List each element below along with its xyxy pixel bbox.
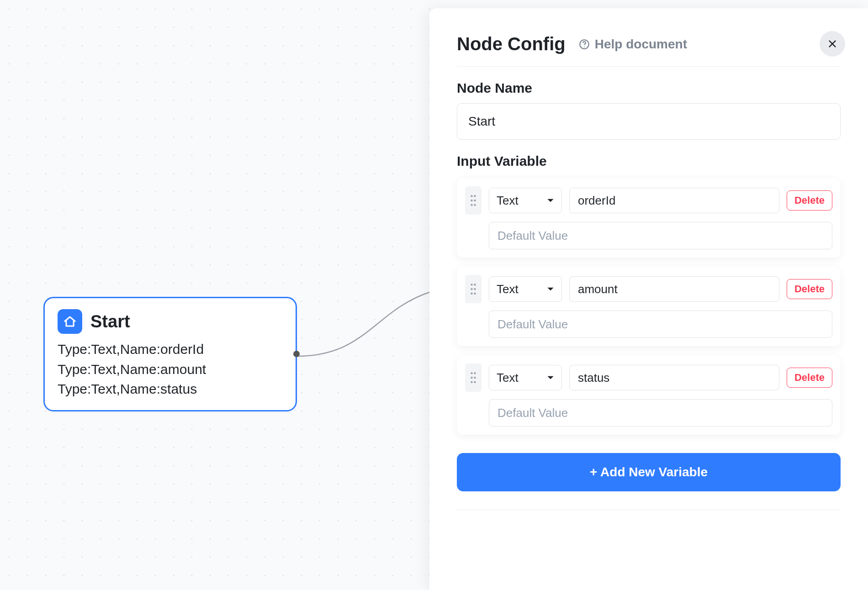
- section-divider: [457, 510, 841, 510]
- variable-card: Text Delete: [457, 178, 841, 258]
- svg-point-15: [474, 372, 476, 374]
- variable-default-input[interactable]: [489, 311, 832, 338]
- svg-point-2: [471, 195, 472, 197]
- svg-point-18: [471, 381, 472, 383]
- node-name-input[interactable]: [457, 103, 841, 140]
- panel-title: Node Config: [457, 34, 566, 54]
- variable-default-input[interactable]: [489, 222, 832, 249]
- svg-point-5: [474, 200, 476, 201]
- svg-point-3: [474, 195, 476, 197]
- svg-point-14: [471, 372, 472, 374]
- svg-point-11: [474, 288, 476, 290]
- svg-point-16: [471, 377, 472, 379]
- svg-point-10: [471, 288, 472, 290]
- variable-type-value: Text: [497, 371, 519, 385]
- variable-type-select[interactable]: Text: [489, 188, 562, 213]
- svg-point-4: [471, 200, 472, 201]
- add-variable-button[interactable]: + Add New Variable: [457, 453, 841, 491]
- variable-type-value: Text: [497, 282, 519, 296]
- drag-handle-icon[interactable]: [465, 275, 482, 303]
- chevron-down-icon: [547, 285, 554, 293]
- variable-name-input[interactable]: [569, 365, 779, 390]
- node-variable-line: Type:Text,Name:status: [58, 379, 283, 399]
- drag-handle-icon[interactable]: [465, 186, 482, 215]
- variable-card: Text Delete: [457, 267, 841, 346]
- variable-name-input[interactable]: [569, 276, 779, 302]
- help-link[interactable]: Help document: [578, 37, 687, 52]
- svg-point-6: [471, 204, 472, 206]
- variable-type-value: Text: [497, 194, 519, 208]
- variable-name-input[interactable]: [569, 188, 779, 213]
- home-icon: [58, 309, 82, 334]
- svg-point-19: [474, 381, 476, 383]
- drag-handle-icon[interactable]: [465, 363, 482, 392]
- variable-type-select[interactable]: Text: [489, 276, 562, 302]
- variable-type-select[interactable]: Text: [489, 365, 562, 390]
- svg-point-12: [471, 293, 472, 295]
- start-node[interactable]: Start Type:Text,Name:orderId Type:Text,N…: [43, 297, 297, 411]
- node-variable-line: Type:Text,Name:orderId: [58, 339, 283, 359]
- node-title: Start: [90, 312, 130, 332]
- node-name-label: Node Name: [457, 80, 841, 96]
- svg-point-13: [474, 293, 476, 295]
- svg-point-8: [471, 284, 472, 285]
- delete-button[interactable]: Delete: [787, 368, 832, 388]
- node-config-panel: Node Config Help document Node Name Inpu…: [429, 8, 868, 590]
- close-button[interactable]: [820, 31, 845, 57]
- svg-point-9: [474, 284, 476, 285]
- variable-card: Text Delete: [457, 355, 841, 435]
- svg-point-17: [474, 377, 476, 379]
- svg-point-7: [474, 204, 476, 206]
- svg-point-1: [584, 46, 585, 47]
- variable-default-input[interactable]: [489, 399, 832, 427]
- help-link-label: Help document: [595, 37, 687, 52]
- delete-button[interactable]: Delete: [787, 190, 832, 211]
- delete-button[interactable]: Delete: [787, 279, 832, 299]
- input-variable-label: Input Variable: [457, 153, 841, 169]
- node-output-port[interactable]: [293, 351, 300, 357]
- chevron-down-icon: [547, 197, 554, 204]
- chevron-down-icon: [547, 374, 554, 381]
- node-variable-line: Type:Text,Name:amount: [58, 359, 283, 379]
